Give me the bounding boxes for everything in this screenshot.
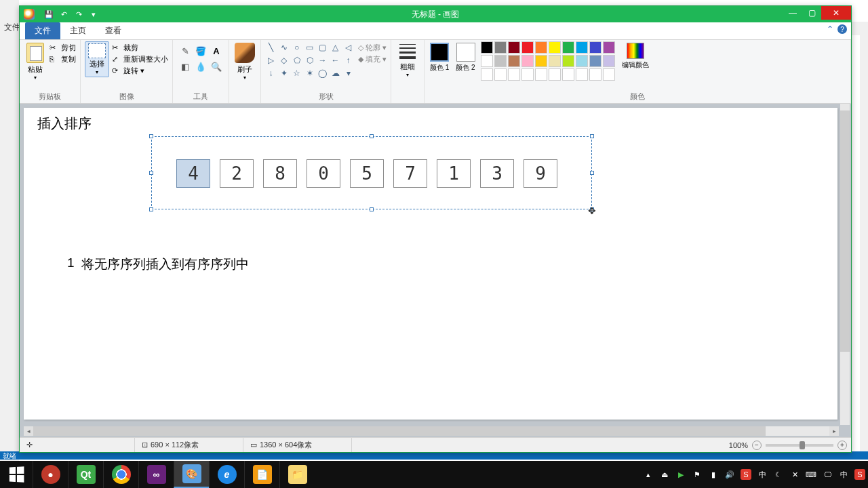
maximize-button[interactable]: ▢ bbox=[802, 6, 821, 20]
tray-cross-icon[interactable]: ✕ bbox=[789, 469, 800, 480]
color-swatch[interactable] bbox=[494, 41, 507, 54]
pencil-tool[interactable]: ✎ bbox=[178, 44, 192, 58]
color-swatch-empty[interactable] bbox=[549, 68, 561, 81]
color-swatch-empty[interactable] bbox=[576, 68, 588, 81]
tray-flag-icon[interactable]: ⚑ bbox=[692, 469, 703, 480]
color-swatch[interactable] bbox=[562, 41, 574, 54]
eraser-tool[interactable]: ◧ bbox=[178, 60, 192, 73]
scroll-right-button[interactable]: ▸ bbox=[829, 426, 839, 436]
size-button[interactable]: 粗细 ▾ bbox=[395, 41, 420, 79]
color-swatch-empty[interactable] bbox=[481, 68, 493, 81]
taskbar-app-ie[interactable]: e bbox=[209, 461, 244, 488]
tray-sogou-icon[interactable]: S bbox=[741, 469, 751, 480]
tray-safe-remove-icon[interactable]: ⏏ bbox=[659, 469, 670, 480]
color-palette[interactable] bbox=[481, 41, 615, 81]
tray-ime-zh-icon[interactable]: 中 bbox=[757, 469, 768, 480]
color-swatch[interactable] bbox=[549, 41, 561, 54]
color-swatch[interactable] bbox=[549, 55, 561, 67]
taskbar-app-vs[interactable]: ∞ bbox=[138, 461, 174, 488]
color-swatch-empty[interactable] bbox=[535, 68, 547, 81]
scrollbar-thumb[interactable] bbox=[33, 426, 766, 436]
color-swatch[interactable] bbox=[576, 41, 588, 54]
color-swatch[interactable] bbox=[535, 41, 547, 54]
horizontal-scrollbar[interactable]: ◂ ▸ bbox=[24, 426, 839, 436]
qat-undo-button[interactable]: ↶ bbox=[58, 8, 70, 20]
color1-button[interactable]: 颜色 1 bbox=[429, 41, 450, 74]
color-swatch[interactable] bbox=[481, 55, 493, 67]
color-swatch[interactable] bbox=[562, 55, 574, 67]
color-swatch-empty[interactable] bbox=[521, 68, 534, 81]
close-button[interactable]: ✕ bbox=[821, 6, 851, 20]
color-swatch[interactable] bbox=[589, 41, 601, 54]
tray-volume-icon[interactable]: 🔊 bbox=[724, 469, 735, 480]
selection-handle[interactable] bbox=[149, 207, 153, 211]
color-swatch[interactable] bbox=[576, 55, 588, 67]
color-swatch[interactable] bbox=[603, 55, 615, 67]
edit-colors-button[interactable]: 编辑颜色 bbox=[619, 41, 652, 71]
picker-tool[interactable]: 💧 bbox=[194, 60, 208, 73]
minimize-button[interactable]: — bbox=[783, 6, 802, 20]
taskbar-app-qt[interactable]: Qt bbox=[68, 461, 103, 488]
zoom-slider[interactable] bbox=[766, 444, 833, 447]
color-swatch[interactable] bbox=[521, 41, 534, 54]
qat-customize-button[interactable]: ▾ bbox=[87, 8, 100, 20]
color-swatch[interactable] bbox=[494, 55, 507, 67]
tray-network-icon[interactable]: ▮ bbox=[708, 469, 719, 480]
taskbar-app-chrome[interactable] bbox=[103, 461, 138, 488]
zoom-tool[interactable]: 🔍 bbox=[210, 60, 223, 73]
start-button[interactable] bbox=[0, 461, 33, 488]
taskbar-app-paint[interactable]: 🎨 bbox=[174, 461, 209, 488]
selection-handle[interactable] bbox=[149, 134, 153, 138]
resize-button[interactable]: ⤢重新调整大小 bbox=[112, 54, 168, 64]
color-swatch[interactable] bbox=[521, 55, 534, 67]
shape-outline-button[interactable]: ◇轮廓 ▾ bbox=[358, 43, 387, 53]
tray-up-icon[interactable]: ▴ bbox=[643, 469, 654, 480]
selection-handle[interactable] bbox=[370, 207, 374, 211]
tray-monitor-icon[interactable]: 🖵 bbox=[822, 469, 833, 480]
select-tool-button[interactable]: 选择 ▾ bbox=[85, 41, 109, 77]
color-swatch-empty[interactable] bbox=[603, 68, 615, 81]
color-swatch[interactable] bbox=[508, 55, 520, 67]
canvas[interactable]: 插入排序 ✥ 428057139 1 将无序序列插入到有序序列中 bbox=[24, 108, 837, 420]
color-swatch-empty[interactable] bbox=[562, 68, 574, 81]
scroll-left-button[interactable]: ◂ bbox=[24, 426, 33, 436]
selection-handle[interactable] bbox=[590, 134, 594, 138]
color-swatch[interactable] bbox=[535, 55, 547, 67]
color-swatch-empty[interactable] bbox=[494, 68, 507, 81]
taskbar-app-explorer[interactable]: 📁 bbox=[279, 461, 315, 488]
scrollbar-thumb[interactable] bbox=[840, 110, 850, 352]
cut-button[interactable]: ✂剪切 bbox=[50, 43, 76, 53]
brush-button[interactable]: 刷子 ▾ bbox=[233, 41, 256, 82]
help-button[interactable]: ? bbox=[837, 24, 847, 34]
selection-handle[interactable] bbox=[370, 134, 374, 138]
color-swatch-empty[interactable] bbox=[508, 68, 520, 81]
zoom-out-button[interactable]: − bbox=[752, 441, 762, 450]
tab-home[interactable]: 主页 bbox=[60, 22, 96, 39]
color-swatch[interactable] bbox=[589, 55, 601, 67]
zoom-in-button[interactable]: + bbox=[837, 441, 847, 450]
qat-redo-button[interactable]: ↷ bbox=[73, 8, 85, 20]
tray-ime-zh2-icon[interactable]: 中 bbox=[838, 469, 849, 480]
color-swatch[interactable] bbox=[508, 41, 520, 54]
tab-view[interactable]: 查看 bbox=[96, 22, 131, 39]
copy-button[interactable]: ⎘复制 bbox=[50, 54, 76, 64]
tray-play-icon[interactable]: ▶ bbox=[675, 469, 686, 480]
shape-fill-button[interactable]: ◆填充 ▾ bbox=[358, 54, 387, 64]
qat-save-button[interactable]: 💾 bbox=[43, 8, 55, 20]
taskbar-app-record[interactable]: ● bbox=[33, 461, 68, 488]
tab-file[interactable]: 文件 bbox=[25, 22, 60, 39]
tray-moon-icon[interactable]: ☾ bbox=[773, 469, 784, 480]
taskbar-app-foxit[interactable]: 📄 bbox=[244, 461, 279, 488]
color2-button[interactable]: 颜色 2 bbox=[454, 41, 476, 74]
selection-handle[interactable] bbox=[149, 171, 153, 175]
paste-button[interactable]: 粘贴 ▾ bbox=[24, 41, 47, 82]
ribbon-collapse-button[interactable]: ⌃ bbox=[827, 24, 833, 34]
color-swatch[interactable] bbox=[603, 41, 615, 54]
system-tray[interactable]: ▴ ⏏ ▶ ⚑ ▮ 🔊 S 中 ☾ ✕ ⌨ 🖵 中 S bbox=[643, 469, 865, 480]
tray-sogou2-icon[interactable]: S bbox=[854, 469, 865, 480]
shapes-gallery[interactable]: ╲∿○▭▢△◁ ▷◇⬠⬡→←↑ ↓✦☆✶◯☁▾ bbox=[265, 41, 354, 79]
vertical-scrollbar[interactable] bbox=[840, 104, 850, 425]
tray-keyboard-icon[interactable]: ⌨ bbox=[806, 469, 816, 480]
text-tool[interactable]: A bbox=[210, 44, 223, 58]
fill-tool[interactable]: 🪣 bbox=[194, 44, 208, 58]
